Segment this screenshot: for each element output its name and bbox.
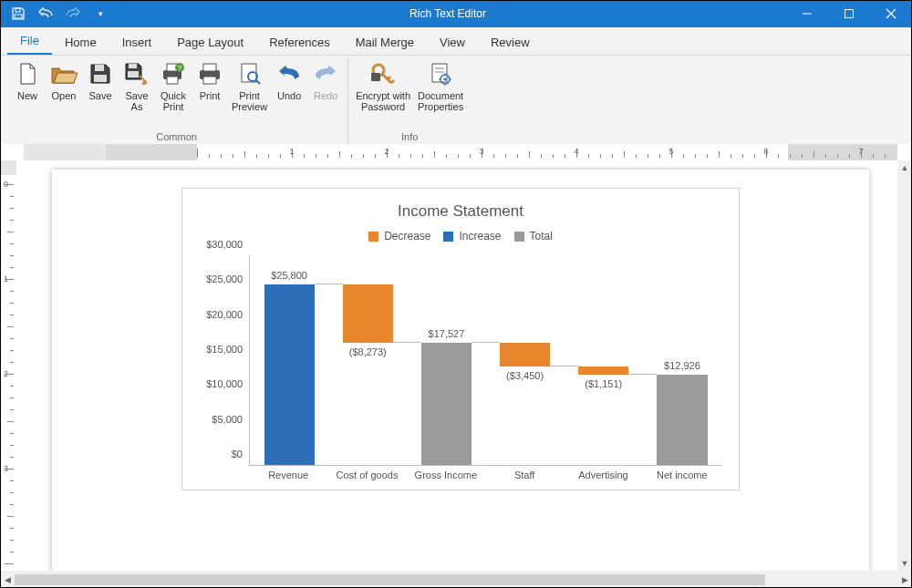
new-button[interactable]: New [9, 57, 46, 114]
x-tick: Revenue [249, 469, 327, 480]
qat-undo-icon[interactable] [36, 5, 55, 23]
connector [472, 342, 500, 343]
chart-y-axis: $0$5,000$10,000$15,000$20,000$25,000$30,… [197, 250, 246, 465]
svg-rect-22 [371, 73, 380, 81]
open-icon [49, 59, 78, 88]
data-label: $12,926 [643, 360, 721, 371]
qat-customize-icon[interactable]: ▾ [91, 5, 109, 23]
svg-rect-16 [203, 64, 216, 71]
scrollbar-vertical[interactable]: ▲▼ [897, 160, 912, 571]
saveas-icon [122, 59, 151, 88]
svg-point-27 [444, 78, 447, 81]
tab-mail-merge[interactable]: Mail Merge [343, 30, 427, 55]
redo-icon [311, 59, 340, 88]
ruler-horizontal[interactable]: 1234567 [24, 144, 897, 160]
maximize-button[interactable] [828, 0, 870, 27]
chart-bar-gross-income: $17,527 [407, 255, 485, 465]
bar [500, 343, 550, 366]
y-tick: $30,000 [206, 239, 243, 250]
legend-label: Increase [459, 230, 501, 242]
ribbon-group-info: Encrypt with PasswordDocument Properties… [348, 57, 471, 145]
tab-file[interactable]: File [7, 28, 52, 55]
connector [550, 366, 578, 366]
encrypt-icon [368, 59, 398, 88]
svg-line-20 [256, 80, 260, 84]
printpreview-label: Print Preview [232, 90, 267, 112]
svg-rect-0 [16, 8, 20, 12]
svg-rect-17 [203, 77, 216, 84]
save-button[interactable]: Save [82, 57, 119, 114]
legend-item-total: Total [514, 230, 553, 242]
close-button[interactable] [870, 0, 912, 27]
svg-text:?: ? [178, 64, 182, 72]
tab-view[interactable]: View [427, 30, 478, 55]
save-icon [86, 59, 115, 88]
saveas-button[interactable]: Save As [119, 57, 155, 114]
bar [578, 366, 628, 375]
chart-bar-revenue: $25,800 [250, 255, 328, 465]
ruler-vertical[interactable]: 0123 [0, 160, 16, 571]
bar [343, 284, 393, 342]
svg-rect-8 [129, 64, 137, 68]
chart-legend: DecreaseIncreaseTotal [196, 230, 725, 242]
svg-rect-12 [167, 77, 178, 84]
quickprint-icon: ? [159, 59, 188, 88]
bar [421, 343, 472, 465]
encrypt-button[interactable]: Encrypt with Password [352, 57, 414, 114]
docprops-button[interactable]: Document Properties [414, 57, 467, 114]
scrollbar-horizontal[interactable]: ◀▶ [0, 571, 912, 588]
tab-insert[interactable]: Insert [109, 30, 165, 55]
tab-home[interactable]: Home [52, 30, 109, 55]
chart-bar-cost-of-goods: ($8,273) [328, 255, 407, 465]
docprops-label: Document Properties [418, 90, 463, 112]
undo-button[interactable]: Undo [271, 57, 307, 114]
connector [315, 284, 343, 284]
tab-page-layout[interactable]: Page Layout [164, 30, 256, 55]
chart-title: Income Statement [196, 202, 725, 221]
chart-bar-staff: ($3,450) [486, 255, 565, 465]
legend-swatch [368, 232, 378, 242]
saveas-label: Save As [125, 90, 148, 112]
y-tick: $0 [232, 449, 243, 459]
data-label: ($3,450) [486, 370, 565, 381]
redo-label: Redo [314, 90, 337, 112]
chart-container[interactable]: Income Statement DecreaseIncreaseTotal $… [181, 188, 740, 490]
page: Income Statement DecreaseIncreaseTotal $… [52, 170, 869, 571]
qat-redo-icon[interactable] [64, 5, 82, 23]
document-viewport[interactable]: Income Statement DecreaseIncreaseTotal $… [24, 160, 897, 571]
legend-swatch [443, 232, 453, 242]
docprops-icon [426, 59, 455, 88]
chart-columns: $25,800($8,273)$17,527($3,450)($1,151)$1… [250, 255, 721, 465]
legend-swatch [514, 232, 524, 242]
quickprint-button[interactable]: ?Quick Print [155, 57, 192, 114]
legend-label: Decrease [384, 230, 430, 242]
qat-save-icon[interactable] [9, 5, 27, 23]
bar [657, 375, 707, 465]
legend-item-increase: Increase [443, 230, 501, 242]
undo-label: Undo [277, 90, 301, 112]
svg-rect-6 [95, 65, 104, 71]
legend-label: Total [530, 230, 553, 242]
open-label: Open [52, 90, 77, 112]
open-button[interactable]: Open [46, 57, 82, 114]
undo-icon [275, 59, 304, 88]
y-tick: $15,000 [206, 344, 243, 355]
tab-references[interactable]: References [256, 30, 342, 55]
minimize-button[interactable] [786, 0, 828, 27]
ribbon-tabstrip: FileHomeInsertPage LayoutReferencesMail … [0, 27, 912, 56]
new-icon [13, 59, 42, 88]
x-tick: Staff [485, 469, 564, 480]
svg-rect-7 [94, 75, 107, 82]
redo-button: Redo [307, 57, 344, 114]
x-tick: Cost of goods [327, 469, 406, 480]
print-button[interactable]: Print [192, 57, 228, 114]
quickprint-label: Quick Print [161, 90, 186, 112]
printpreview-button[interactable]: Print Preview [228, 57, 271, 114]
bar [264, 284, 315, 465]
save-label: Save [88, 90, 111, 112]
title-bar: ▾ Rich Text Editor [0, 0, 912, 27]
x-tick: Gross Income [407, 469, 485, 480]
group-label: Common [156, 130, 197, 143]
tab-review[interactable]: Review [478, 30, 543, 55]
document-area: 1234567 0123 ▲▼ Income Statement Decreas… [0, 144, 912, 571]
